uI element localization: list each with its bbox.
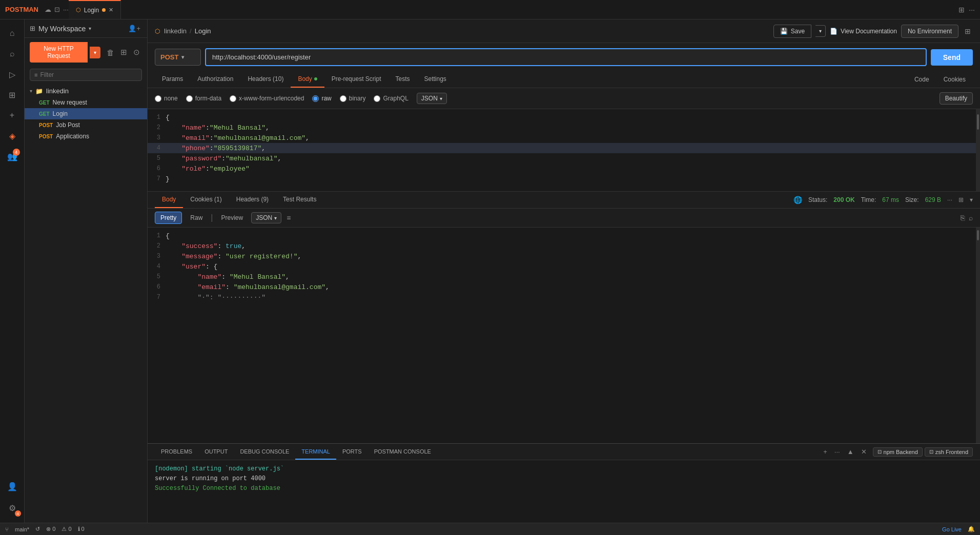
resp-more-icon[interactable]: ··· [947, 196, 952, 203]
filter-input-wrapper: ≡ [30, 69, 142, 81]
tab-tests[interactable]: Tests [388, 71, 417, 88]
save-dropdown-button[interactable]: ▾ [815, 25, 826, 37]
team-badge: 4 [13, 149, 20, 156]
environment-icon[interactable]: ⊞ [963, 25, 973, 37]
icon-sidebar: ⌂ ⌕ ▷ ⊞ + ◈ 👥 4 👤 ⚙ 4 [0, 19, 25, 523]
url-input[interactable] [205, 48, 927, 66]
grid-icon[interactable]: ⊞ [118, 46, 129, 59]
tab-pre-request[interactable]: Pre-request Script [324, 71, 389, 88]
term-tab-debug[interactable]: DEBUG CONSOLE [234, 444, 295, 460]
new-http-chevron-button[interactable]: ▾ [90, 47, 100, 58]
request-login[interactable]: GET Login [25, 108, 147, 119]
collections-panel: ⊞ My Workspace ▾ 👤+ New HTTP Request ▾ 🗑… [25, 19, 148, 523]
workspace-selector[interactable]: ⊞ My Workspace ▾ [30, 25, 124, 33]
sidebar-user-icon[interactable]: 👤 [3, 477, 22, 496]
option-binary[interactable]: binary [340, 95, 366, 102]
panel-invite-icon[interactable]: 👤+ [127, 24, 142, 33]
beautify-button[interactable]: Beautify [940, 92, 973, 105]
tab-authorization[interactable]: Authorization [190, 71, 240, 88]
code-line-5: 5 "password":"mehulbansal", [148, 153, 980, 163]
request-job-post[interactable]: POST Job Post [25, 119, 147, 131]
send-button[interactable]: Send [931, 49, 973, 66]
term-tab-problems[interactable]: PROBLEMS [155, 444, 198, 460]
term-close-icon[interactable]: ✕ [859, 447, 869, 457]
tab-settings[interactable]: Settings [417, 71, 454, 88]
breadcrumb-collection[interactable]: linkedin [164, 27, 187, 35]
new-http-request-button[interactable]: New HTTP Request [30, 42, 88, 63]
sidebar-add-icon[interactable]: + [3, 106, 22, 125]
request-new-request[interactable]: GET New request [25, 97, 147, 108]
tab-close[interactable]: ✕ [109, 7, 113, 13]
tab-params[interactable]: Params [155, 71, 190, 88]
term-tab-postman[interactable]: POSTMAN CONSOLE [368, 444, 437, 460]
resp-filter-icon[interactable]: ≡ [285, 213, 292, 223]
sidebar-team-icon[interactable]: 👥 4 [3, 147, 22, 166]
view-documentation-button[interactable]: 📄 View Documentation [830, 28, 897, 35]
resp-tab-body[interactable]: Body [155, 192, 183, 208]
resp-scrollbar[interactable] [976, 228, 980, 443]
resp-line-6: 6 "email": "mehulbansal@gmail.com", [148, 282, 980, 292]
option-form-data[interactable]: form-data [186, 95, 221, 102]
term-up-icon[interactable]: ▲ [845, 447, 856, 457]
resp-pretty-button[interactable]: Pretty [155, 212, 182, 224]
collection-chevron: ▾ [30, 88, 32, 94]
option-none[interactable]: none [155, 95, 178, 102]
sync-icon[interactable]: ↺ [35, 526, 40, 532]
sidebar-flow-icon[interactable]: ◈ [3, 126, 22, 146]
sidebar-search-icon[interactable]: ⌕ [3, 44, 22, 64]
top-bar-more-icon[interactable]: ··· [63, 6, 69, 13]
trash-icon[interactable]: 🗑 [105, 46, 116, 59]
json-format-select[interactable]: JSON ▾ [417, 93, 447, 104]
option-raw[interactable]: raw [312, 95, 331, 102]
term-more-icon[interactable]: ··· [832, 447, 842, 457]
more-options-icon[interactable]: ··· [969, 6, 975, 14]
save-button[interactable]: 💾 Save [773, 25, 811, 38]
sidebar-collections-icon[interactable]: ⊞ [3, 85, 22, 105]
term-tab-ports[interactable]: PORTS [336, 444, 368, 460]
login-tab[interactable]: ⬡ Login ✕ [69, 0, 121, 19]
error-count: ⊗ 0 [46, 526, 55, 532]
terminal-icon: ⊡ [877, 449, 882, 455]
branch-name[interactable]: main* [15, 526, 29, 532]
resp-json-select[interactable]: JSON ▾ [251, 212, 281, 223]
method-select[interactable]: POST ▾ [155, 49, 201, 66]
code-line-1: 1 { [148, 112, 980, 122]
top-bar-sync-icon[interactable]: ☁ [45, 6, 51, 13]
term-tab-terminal[interactable]: TERMINAL [295, 444, 336, 460]
resp-tab-tests[interactable]: Test Results [276, 192, 323, 208]
term-add-icon[interactable]: + [821, 447, 829, 457]
resp-preview-button[interactable]: Preview [217, 212, 248, 223]
split-view-icon[interactable]: ⊞ [958, 6, 965, 14]
sidebar-home-icon[interactable]: ⌂ [3, 24, 22, 43]
editor-scrollbar[interactable] [976, 109, 980, 191]
resp-expand-icon[interactable]: ▾ [970, 196, 973, 203]
resp-copy-icon[interactable]: ⎘ [961, 214, 965, 222]
filter-input[interactable] [40, 71, 137, 78]
line-num-2: 2 [148, 124, 166, 131]
term-line-2: server is running on port 4000 [155, 474, 973, 484]
sidebar-settings-icon[interactable]: ⚙ 4 [3, 498, 22, 518]
zsh-frontend-session[interactable]: ⊡ zsh Frontend [925, 447, 973, 457]
option-urlencoded[interactable]: x-www-form-urlencoded [230, 95, 304, 102]
history-icon[interactable]: ⊙ [131, 46, 142, 59]
request-applications[interactable]: POST Applications [25, 131, 147, 142]
environment-selector[interactable]: No Environment [901, 25, 958, 38]
notification-icon[interactable]: 🔔 [968, 526, 975, 532]
resp-split-icon[interactable]: ⊞ [958, 196, 964, 203]
go-live-link[interactable]: Go Live [942, 526, 962, 532]
resp-raw-button[interactable]: Raw [186, 212, 207, 223]
npm-backend-session[interactable]: ⊡ npm Backend [873, 447, 923, 457]
term-tab-output[interactable]: OUTPUT [198, 444, 234, 460]
top-bar-history-icon[interactable]: ⊡ [54, 6, 60, 13]
resp-search-icon[interactable]: ⌕ [969, 214, 973, 222]
right-tab-cookies[interactable]: Cookies [936, 72, 973, 87]
tab-body[interactable]: Body [291, 71, 324, 88]
resp-tab-headers[interactable]: Headers (9) [229, 192, 276, 208]
resp-tab-cookies[interactable]: Cookies (1) [183, 192, 229, 208]
collection-linkedin[interactable]: ▾ 📁 linkedin [25, 85, 147, 97]
sidebar-runner-icon[interactable]: ▷ [3, 65, 22, 84]
status-ok: 200 OK [833, 196, 854, 203]
tab-headers[interactable]: Headers (10) [240, 71, 291, 88]
option-graphql[interactable]: GraphQL [374, 95, 408, 102]
right-tab-code[interactable]: Code [907, 72, 936, 87]
